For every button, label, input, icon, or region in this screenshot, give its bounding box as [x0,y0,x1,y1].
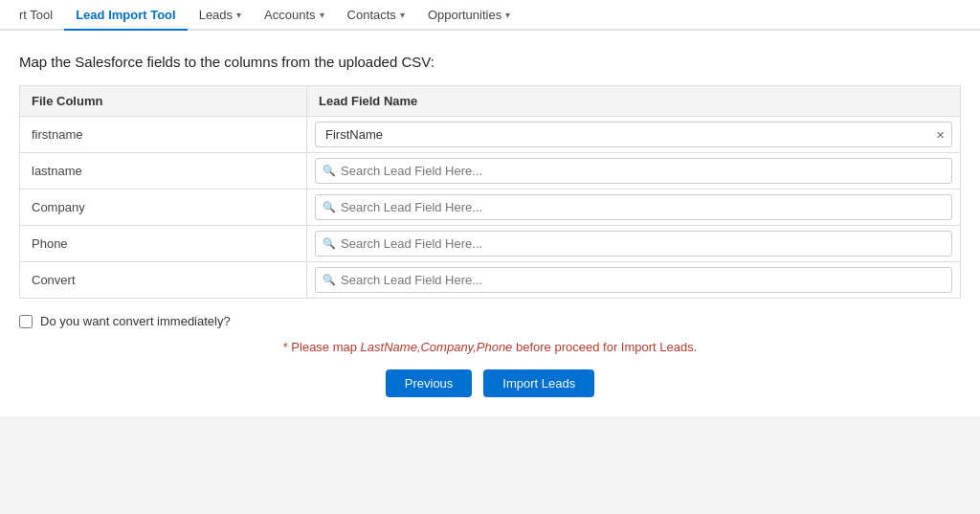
checkbox-label[interactable]: Do you want convert immediately? [40,314,231,328]
table-row: Convert🔍 [20,262,961,299]
file-column-row-phone: Phone [20,226,307,262]
warning-message: * Please map LastName,Company,Phone befo… [19,340,961,354]
col-header-file-column: File Column [20,86,307,117]
chevron-down-icon: ▾ [236,10,241,20]
col-header-lead-field: Lead Field Name [307,86,961,117]
nav-item-accounts[interactable]: Accounts ▾ [253,0,335,30]
search-input-row-company[interactable] [315,194,952,220]
table-row: Phone🔍 [20,226,961,262]
search-wrapper-row-company: 🔍 [315,194,952,220]
warning-italic: LastName,Company,Phone [361,340,513,354]
field-input-wrapper-row-firstname: × [315,122,952,147]
table-row: lastname🔍 [20,153,961,190]
search-input-row-lastname[interactable] [315,158,952,184]
chevron-down-icon: ▾ [320,10,324,20]
lead-field-cell-row-lastname: 🔍 [307,153,961,190]
nav-label-accounts: Accounts [264,8,315,22]
warning-suffix: before proceed for Import Leads. [512,340,697,354]
search-input-row-convert[interactable] [315,267,952,293]
field-input-row-firstname[interactable] [315,122,952,147]
mapping-table: File Column Lead Field Name firstname×la… [19,85,961,299]
nav-item-opportunities[interactable]: Opportunities ▾ [416,0,522,30]
nav-item-lead-import-tool[interactable]: Lead Import Tool [64,0,187,31]
top-nav: rt Tool Lead Import Tool Leads ▾ Account… [0,0,980,31]
warning-prefix: * Please map [283,340,361,354]
main-content: Map the Salesforce fields to the columns… [0,31,980,416]
search-wrapper-row-convert: 🔍 [315,267,952,293]
nav-item-contacts[interactable]: Contacts ▾ [336,0,416,30]
file-column-row-convert: Convert [20,262,307,299]
nav-label-lead-import-tool: Lead Import Tool [76,8,175,22]
nav-item-import-tool-label[interactable]: rt Tool [8,0,64,30]
clear-button-row-firstname[interactable]: × [936,127,945,142]
section-title: Map the Salesforce fields to the columns… [19,54,961,70]
search-wrapper-row-lastname: 🔍 [315,158,952,184]
checkbox-row: Do you want convert immediately? [19,314,961,328]
convert-immediately-checkbox[interactable] [19,315,33,328]
file-column-row-lastname: lastname [20,153,307,190]
lead-field-cell-row-firstname: × [307,117,961,153]
lead-field-cell-row-company: 🔍 [307,190,961,226]
previous-button[interactable]: Previous [386,369,473,397]
lead-field-cell-row-convert: 🔍 [307,262,961,299]
nav-label-import-tool: rt Tool [19,8,53,22]
search-icon: 🔍 [323,165,336,177]
chevron-down-icon: ▾ [505,10,510,20]
action-buttons: Previous Import Leads [19,369,961,397]
table-row: firstname× [20,117,961,153]
nav-label-leads: Leads [199,8,233,22]
search-icon: 🔍 [323,237,336,250]
search-wrapper-row-phone: 🔍 [315,231,952,257]
lead-field-cell-row-phone: 🔍 [307,226,961,262]
nav-label-opportunities: Opportunities [428,8,501,22]
search-icon: 🔍 [323,201,336,213]
chevron-down-icon: ▾ [400,10,405,20]
file-column-row-company: Company [20,190,307,226]
file-column-row-firstname: firstname [20,117,307,153]
table-row: Company🔍 [20,190,961,226]
import-leads-button[interactable]: Import Leads [483,369,594,397]
search-input-row-phone[interactable] [315,231,952,257]
nav-item-leads[interactable]: Leads ▾ [188,0,253,30]
search-icon: 🔍 [323,274,336,286]
nav-label-contacts: Contacts [347,8,396,22]
